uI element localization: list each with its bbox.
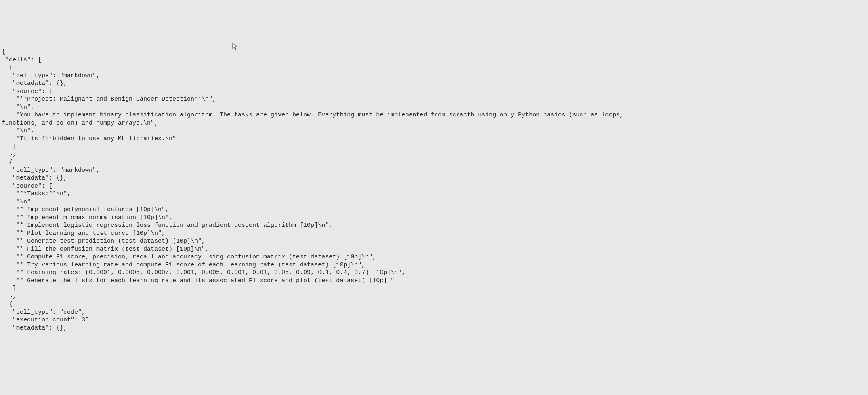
raw-json-text: { "cells": [ { "cell_type": "markdown", …	[2, 48, 866, 332]
code-text-view[interactable]: { "cells": [ { "cell_type": "markdown", …	[0, 32, 868, 341]
